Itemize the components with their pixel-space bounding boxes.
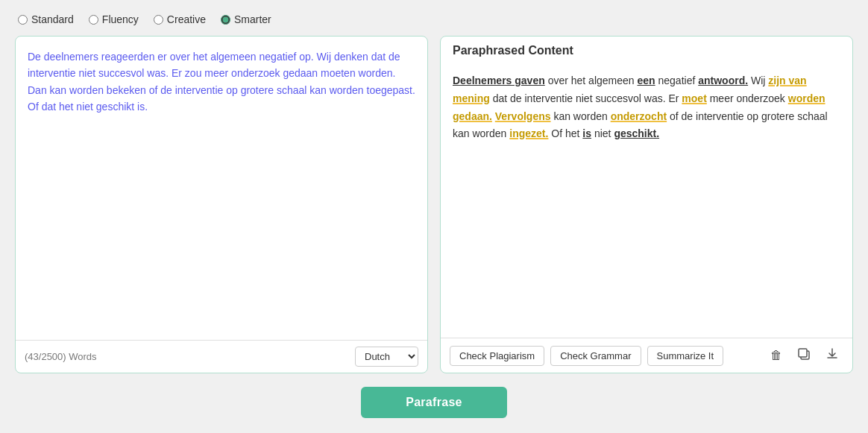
check-grammar-button[interactable]: Check Grammar (550, 346, 641, 366)
radio-standard-input[interactable] (18, 15, 28, 25)
radio-fluency-input[interactable] (89, 15, 98, 25)
copy-button[interactable] (793, 344, 815, 367)
word-moet: moet (682, 92, 706, 104)
radio-standard-label: Standard (31, 13, 74, 25)
word-dat: dat de interventie niet succesvol was. E… (493, 92, 682, 104)
word-ingezet: ingezet. (509, 127, 548, 139)
radio-fluency[interactable]: Fluency (89, 13, 139, 25)
word-wij: Wij (751, 75, 768, 86)
left-panel-content[interactable]: De deelnemers reageerden er over het alg… (16, 37, 427, 340)
word-is: is (582, 127, 591, 139)
word-over: over het algemeen (548, 75, 638, 86)
svg-rect-1 (799, 349, 807, 357)
word-vervolgens: Vervolgens (495, 110, 551, 122)
word-deelnemers: Deelnemers gaven (453, 75, 545, 86)
left-panel: De deelnemers reageerden er over het alg… (15, 36, 428, 373)
radio-fluency-label: Fluency (102, 13, 139, 25)
copy-icon (797, 350, 811, 363)
icon-buttons: 🗑 (766, 344, 843, 367)
download-button[interactable] (821, 344, 843, 367)
word-count: (43/2500) Words (25, 351, 97, 362)
left-panel-footer: (43/2500) Words Dutch English German Fre… (16, 340, 427, 373)
word-of-het: Of het (551, 127, 582, 139)
radio-smarter-label: Smarter (234, 13, 271, 25)
language-select[interactable]: Dutch English German French Spanish (355, 347, 418, 367)
delete-button[interactable]: 🗑 (766, 346, 787, 365)
radio-standard[interactable]: Standard (18, 13, 74, 25)
top-bar: Standard Fluency Creative Smarter (15, 7, 853, 31)
word-meer: meer onderzoek (710, 92, 788, 104)
download-icon (825, 350, 839, 363)
delete-icon: 🗑 (770, 349, 782, 361)
bottom-bar: Parafrase (15, 387, 853, 418)
right-panel-title: Paraphrased Content (441, 37, 852, 60)
radio-creative-input[interactable] (154, 15, 163, 25)
check-plagiarism-button[interactable]: Check Plagiarism (450, 346, 544, 366)
right-panel: Paraphrased Content Deelnemers gaven ove… (440, 36, 853, 373)
input-text: De deelnemers reageerden er over het alg… (28, 51, 415, 113)
word-onderzocht: onderzocht (611, 110, 667, 122)
radio-creative[interactable]: Creative (154, 13, 206, 25)
radio-smarter-input[interactable] (221, 15, 230, 25)
word-kan-worden: kan worden (553, 110, 610, 122)
summarize-it-button[interactable]: Summarize It (647, 346, 724, 366)
word-niet: niet (594, 127, 614, 139)
word-negatief: negatief (658, 75, 699, 86)
main-panels: De deelnemers reageerden er over het alg… (15, 36, 853, 373)
right-panel-footer: Check Plagiarism Check Grammar Summarize… (441, 338, 852, 373)
radio-smarter[interactable]: Smarter (221, 13, 271, 25)
paraphrased-text: Deelnemers gaven over het algemeen een n… (453, 75, 828, 139)
parafrase-button[interactable]: Parafrase (361, 387, 507, 418)
word-geschikt: geschikt. (614, 127, 659, 139)
right-panel-content: Deelnemers gaven over het algemeen een n… (441, 60, 852, 338)
word-antwoord: antwoord. (698, 75, 748, 86)
word-een: een (637, 75, 655, 86)
radio-creative-label: Creative (167, 13, 206, 25)
action-buttons: Check Plagiarism Check Grammar Summarize… (450, 346, 723, 366)
